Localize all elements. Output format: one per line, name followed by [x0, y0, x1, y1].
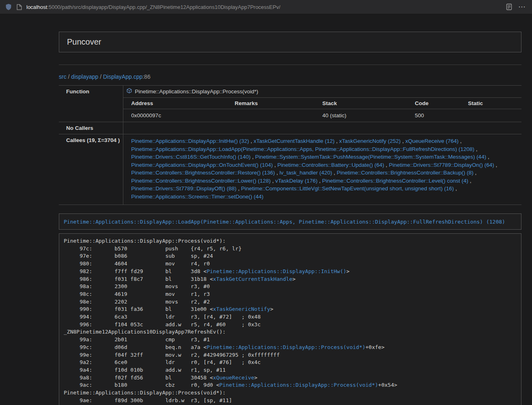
callee-link[interactable]: xQueueReceive (764) [405, 138, 459, 144]
menu-icon[interactable]: ⋯ [517, 3, 527, 11]
callee-separator: , [332, 170, 337, 176]
callee-separator: , [486, 154, 489, 160]
callee-separator: , [318, 178, 322, 184]
remarks-cell [227, 109, 314, 122]
callee-separator: , [249, 138, 254, 144]
callee-link[interactable]: Pinetime::Controllers::BrightnessControl… [337, 170, 474, 176]
breadcrumb: src / displayapp / DisplayApp.cpp:86 [59, 73, 521, 80]
callee-link[interactable]: Pinetime::Controllers::BrightnessControl… [322, 178, 468, 184]
breadcrumb-separator: / [98, 73, 103, 80]
callee-separator: , [494, 162, 498, 168]
function-table: Function Pinetime::Applications::Display… [59, 85, 521, 205]
url-bar[interactable]: localhost:5000/path/src/displayapp/Displ… [26, 4, 280, 10]
column-header-address: Address [123, 98, 227, 109]
disassembly-symbol-link[interactable]: Pinetime::Applications::DisplayApp::Proc… [207, 344, 365, 350]
callee-separator: , [237, 185, 241, 192]
breadcrumb-separator: / [67, 73, 71, 80]
disassembly-symbol-link[interactable]: Pinetime::Applications::DisplayApp::Proc… [220, 382, 378, 388]
callee-separator: , [468, 178, 472, 184]
function-row: Function Pinetime::Applications::Display… [59, 86, 521, 122]
callee-separator: , [273, 162, 277, 168]
callee-link[interactable]: vTaskDelay (176) [275, 178, 317, 184]
function-signature: Pinetime::Applications::DisplayApp::Proc… [135, 88, 258, 95]
breadcrumb-link[interactable]: src [59, 73, 67, 80]
callee-link[interactable]: Pinetime::Controllers::BrightnessControl… [131, 178, 271, 184]
symbol-panel: Pinetime::Applications::DisplayApp::Load… [59, 213, 521, 230]
callee-link[interactable]: Pinetime::Applications::DisplayApp::OnTo… [131, 162, 273, 168]
callee-link[interactable]: Pinetime::Applications::DisplayApp::Init… [131, 138, 249, 144]
callee-link[interactable]: xTaskGetCurrentTaskHandle (12) [254, 138, 335, 144]
callee-separator: , [454, 185, 457, 192]
disassembly-panel: Pinetime::Applications::DisplayApp::Proc… [59, 233, 521, 405]
callee-link[interactable]: Pinetime::Drivers::Cst816S::GetTouchInfo… [131, 154, 250, 160]
callee-separator: , [250, 154, 255, 160]
stack-cell: 40 (static) [314, 109, 407, 122]
breadcrumb-link[interactable]: DisplayApp.cpp [103, 73, 142, 80]
callee-link[interactable]: Pinetime::Applications::DisplayApp::Load… [131, 146, 474, 152]
browser-toolbar: localhost:5000/path/src/displayapp/Displ… [0, 0, 532, 14]
callee-separator: , [474, 146, 478, 152]
breadcrumb-link[interactable]: displayapp [71, 73, 98, 80]
url-host: localhost [26, 4, 47, 10]
callee-separator: , [271, 178, 275, 184]
callee-link[interactable]: xTaskGenericNotify (252) [339, 138, 401, 144]
breadcrumb-line-number: :86 [142, 73, 150, 80]
page-icon [17, 4, 22, 10]
callee-link[interactable]: Pinetime::Controllers::BrightnessControl… [131, 170, 275, 176]
callee-link[interactable]: lv_task_handler (420) [280, 170, 332, 176]
column-header-remarks: Remarks [227, 98, 314, 109]
callee-link[interactable]: Pinetime::System::SystemTask::PushMessag… [255, 154, 486, 160]
callee-separator: , [459, 138, 462, 144]
title-panel: Puncover [59, 32, 521, 52]
disassembly-pre: Pinetime::Applications::DisplayApp::Proc… [64, 237, 517, 405]
function-type-icon [127, 88, 132, 95]
no-callers-label: No Callers [59, 122, 123, 134]
function-row-label: Function [59, 86, 123, 122]
column-header-static: Static [460, 98, 521, 109]
callee-link[interactable]: Pinetime::Drivers::St7789::DisplayOn() (… [389, 162, 494, 168]
callee-separator: , [474, 170, 477, 176]
column-header-stack: Stack [314, 98, 407, 109]
callee-link[interactable]: Pinetime::Applications::Screens::Timer::… [131, 194, 263, 200]
callee-separator: , [384, 162, 389, 168]
url-path: :5000/path/src/displayapp/DisplayApp.cpp… [47, 4, 280, 10]
code-cell: 500 [407, 109, 460, 122]
callee-link[interactable]: Pinetime::Controllers::Battery::Update()… [278, 162, 384, 168]
shield-icon[interactable] [5, 3, 12, 11]
callee-separator: , [401, 138, 405, 144]
callee-separator: , [335, 138, 339, 144]
disassembly-symbol-link[interactable]: xTaskGenericNotify [213, 306, 270, 312]
page-title: Puncover [67, 37, 513, 47]
callees-row: Callees (19, Σ=3704 ) Pinetime::Applicat… [59, 134, 521, 205]
no-callers-row: No Callers [59, 122, 521, 134]
static-cell [460, 109, 521, 122]
symbol-link[interactable]: Pinetime::Applications::DisplayApp::Load… [64, 219, 505, 225]
callees-list: Pinetime::Applications::DisplayApp::Init… [123, 134, 521, 205]
detail-value-row: 0x0000097c 40 (static) 500 [123, 109, 521, 122]
column-header-code: Code [407, 98, 460, 109]
page-container: Puncover src / displayapp / DisplayApp.c… [59, 32, 521, 405]
disassembly-symbol-link[interactable]: xQueueReceive [213, 375, 254, 381]
reader-mode-icon[interactable] [506, 4, 512, 10]
address-cell: 0x0000097c [123, 109, 227, 122]
detail-header-row: Address Remarks Stack Code Static [123, 98, 521, 109]
callees-label: Callees (19, Σ=3704 ) [59, 134, 123, 205]
callee-separator: , [275, 170, 279, 176]
callers-cell [123, 122, 521, 134]
disassembly-symbol-link[interactable]: xTaskGetCurrentTaskHandle [213, 276, 293, 282]
callee-link[interactable]: Pinetime::Components::LittleVgl::SetNewT… [241, 185, 454, 192]
function-row-content: Pinetime::Applications::DisplayApp::Proc… [123, 86, 521, 122]
divider [59, 65, 521, 65]
disassembly-symbol-link[interactable]: Pinetime::Applications::DisplayApp::Init… [207, 268, 346, 274]
callee-link[interactable]: Pinetime::Drivers::St7789::DisplayOff() … [131, 185, 236, 192]
function-detail-table: Address Remarks Stack Code Static 0x0000… [123, 98, 521, 122]
function-signature-row: Pinetime::Applications::DisplayApp::Proc… [123, 86, 521, 98]
